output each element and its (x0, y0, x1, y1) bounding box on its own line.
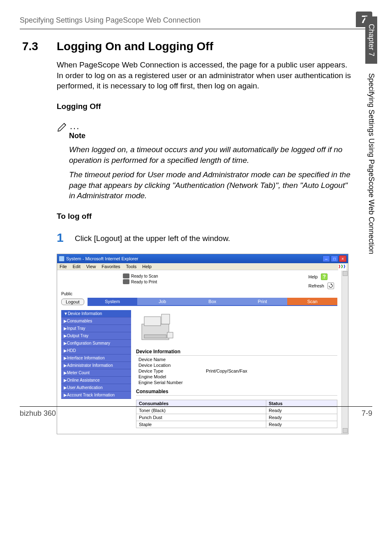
public-label: Public (61, 292, 337, 296)
browser-menubar: File Edit View Favorites Tools Help (57, 263, 348, 270)
row-device-location: Device Location (136, 362, 337, 368)
sidebar-item-online-assistance[interactable]: ▶Online Assistance (61, 377, 131, 384)
note-block: ... Note When logged on, a timeout occur… (57, 121, 356, 201)
menu-help[interactable]: Help (142, 264, 152, 269)
menu-tools[interactable]: Tools (126, 264, 137, 269)
note-pencil-icon (57, 121, 69, 132)
sidebar-item-meter-count[interactable]: ▶Meter Count (61, 369, 131, 377)
logout-button[interactable]: Logout (61, 299, 84, 305)
scroll-down-icon[interactable] (343, 428, 348, 433)
sidebar-item-user-authentication[interactable]: ▶User Authentication (61, 384, 131, 392)
scroll-up-icon[interactable] (343, 271, 348, 276)
device-info-heading: Device Information (136, 349, 337, 356)
sidebar-item-administrator-information[interactable]: ▶Administrator Information (61, 362, 131, 369)
note-label: Note (69, 132, 356, 140)
window-close-button[interactable]: × (339, 255, 346, 262)
sidebar-item-consumables[interactable]: ▶Consumables (61, 317, 131, 325)
row-device-type: Device TypePrint/Copy/Scan/Fax (136, 368, 337, 374)
side-chapter: Chapter 7 (365, 16, 377, 64)
refresh-icon[interactable] (327, 283, 334, 289)
svg-rect-4 (144, 335, 166, 338)
printer-illustration-icon (138, 312, 175, 345)
ie-flag-icon (338, 264, 346, 271)
note-dots-icon: ... (70, 121, 80, 132)
footer-left: bizhub 360 (20, 409, 56, 418)
sidebar-item-output-tray[interactable]: ▶Output Tray (61, 332, 131, 340)
step-1: 1 Click [Logout] at the upper left of th… (57, 231, 356, 245)
sidebar-item-hdd[interactable]: ▶HDD (61, 347, 131, 354)
menu-file[interactable]: File (60, 264, 67, 269)
main-tabs: System Job Box Print Scan (88, 298, 337, 306)
table-row: StapleReady (136, 421, 337, 428)
sidebar-item-device-information[interactable]: ▼Device Information (61, 310, 131, 317)
subheading-to-log-off: To log off (57, 212, 356, 221)
window-maximize-button[interactable]: □ (331, 255, 338, 262)
page-header: Specifying Settings Using PageScope Web … (20, 12, 372, 29)
footer-right: 7-9 (362, 409, 372, 418)
svg-rect-5 (167, 332, 173, 338)
note-paragraph-2: The timeout period for User mode and Adm… (69, 169, 356, 201)
svg-rect-2 (144, 317, 161, 326)
sidebar-item-configuration-summary[interactable]: ▶Configuration Summary (61, 340, 131, 347)
step-text: Click [Logout] at the upper left of the … (75, 231, 230, 245)
consumables-col-status: Status (266, 400, 337, 407)
menu-view[interactable]: View (86, 264, 96, 269)
step-number: 1 (57, 231, 75, 245)
side-label: Chapter 7 Specifying Settings Using Page… (365, 16, 377, 254)
scan-status-icon (123, 273, 129, 278)
window-title: System - Microsoft Internet Explorer (66, 256, 138, 261)
note-paragraph-1: When logged on, a timeout occurs and you… (69, 144, 356, 165)
help-link[interactable]: Help (308, 274, 318, 279)
page-footer: bizhub 360 7-9 (20, 406, 372, 418)
menu-favorites[interactable]: Favorites (101, 264, 120, 269)
svg-rect-3 (161, 314, 170, 324)
consumables-heading: Consumables (136, 389, 337, 396)
tab-job[interactable]: Job (137, 298, 187, 305)
print-status: Ready to Print (131, 280, 157, 284)
scan-status: Ready to Scan (131, 274, 158, 278)
section-number: 7.3 (22, 40, 57, 53)
tab-print[interactable]: Print (238, 298, 288, 305)
print-status-icon (123, 279, 129, 284)
running-title: Specifying Settings Using PageScope Web … (20, 16, 201, 25)
subheading-logging-off: Logging Off (57, 102, 356, 111)
section-title: Logging On and Logging Off (57, 40, 213, 53)
side-title: Specifying Settings Using PageScope Web … (367, 73, 376, 254)
sidebar-item-input-tray[interactable]: ▶Input Tray (61, 325, 131, 332)
tab-box[interactable]: Box (187, 298, 238, 305)
ie-page-icon (59, 256, 65, 262)
help-icon[interactable]: ? (321, 273, 327, 280)
consumables-col-name: Consumables (136, 400, 266, 407)
row-engine-serial: Engine Serial Number (136, 380, 337, 385)
tab-system[interactable]: System (88, 298, 138, 305)
refresh-link[interactable]: Refresh (308, 283, 324, 288)
window-minimize-button[interactable]: – (323, 255, 330, 262)
window-titlebar: System - Microsoft Internet Explorer – □… (57, 254, 348, 263)
menu-edit[interactable]: Edit (73, 264, 81, 269)
section-intro: When PageScope Web Connection is accesse… (57, 60, 356, 91)
sidebar-item-account-track-information[interactable]: ▶Account Track Information (61, 392, 131, 399)
row-device-name: Device Name (136, 357, 337, 362)
tab-scan[interactable]: Scan (287, 298, 337, 305)
row-engine-model: Engine Model (136, 374, 337, 380)
section-heading: 7.3 Logging On and Logging Off (22, 40, 356, 53)
sidebar-item-interface-information[interactable]: ▶Interface Information (61, 354, 131, 362)
